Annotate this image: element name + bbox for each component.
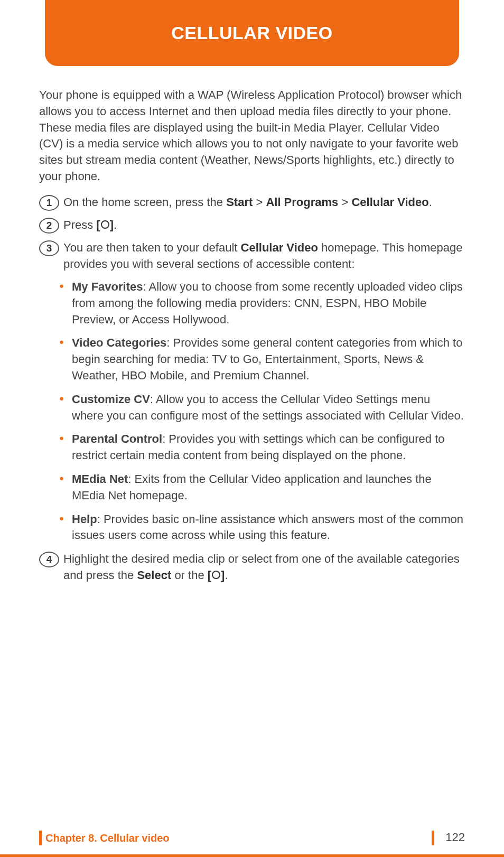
text: : Provides basic on-line assistance whic… — [72, 513, 463, 542]
bold: Video Categories — [72, 336, 166, 349]
ok-button-icon — [211, 568, 221, 584]
text: . — [225, 569, 228, 582]
text: or the — [171, 569, 207, 582]
text: Highlight the desired media clip or sele… — [63, 552, 460, 582]
bold: Help — [72, 513, 97, 526]
text: Press — [63, 218, 96, 231]
bold: MEdia Net — [72, 472, 128, 486]
step-4: 4 Highlight the desired media clip or se… — [39, 551, 465, 584]
page-title: CELLULAR VIDEO — [171, 23, 332, 43]
bold: Select — [137, 569, 171, 582]
text: > — [253, 195, 266, 209]
text: On the home screen, press the — [63, 195, 226, 209]
step-marker: 3 — [39, 240, 59, 256]
intro-paragraph: Your phone is equipped with a WAP (Wirel… — [39, 87, 465, 185]
bold: Customize CV — [72, 393, 150, 406]
footer: Chapter 8. Cellular video 122 — [0, 823, 504, 857]
page-number: 122 — [445, 831, 465, 844]
step-body: You are then taken to your default Cellu… — [63, 240, 465, 273]
bold: ] — [110, 218, 114, 231]
step-2: 2 Press []. — [39, 217, 465, 234]
footer-rule — [0, 854, 504, 857]
step-marker: 2 — [39, 218, 59, 234]
header-tab: CELLULAR VIDEO — [45, 0, 459, 66]
text: You are then taken to your default — [63, 241, 241, 254]
bold: Cellular Video — [241, 241, 318, 254]
bold: [ — [208, 569, 211, 582]
ok-button-icon — [100, 218, 110, 234]
bold: Cellular Video — [351, 195, 428, 209]
bold: Start — [226, 195, 253, 209]
step-body: Highlight the desired media clip or sele… — [63, 551, 465, 584]
list-item: My Favorites: Allow you to choose from s… — [59, 279, 465, 328]
content-area: Your phone is equipped with a WAP (Wirel… — [39, 87, 465, 590]
svg-point-1 — [212, 571, 220, 579]
text: > — [338, 195, 351, 209]
bold: My Favorites — [72, 280, 143, 293]
footer-accent-bar — [432, 831, 434, 845]
list-item: Parental Control: Provides you with sett… — [59, 431, 465, 464]
chapter-label: Chapter 8. Cellular video — [45, 832, 170, 844]
step-body: On the home screen, press the Start > Al… — [63, 194, 465, 211]
list-item: MEdia Net: Exits from the Cellular Video… — [59, 471, 465, 504]
step-1: 1 On the home screen, press the Start > … — [39, 194, 465, 211]
text: . — [429, 195, 432, 209]
list-item: Customize CV: Allow you to access the Ce… — [59, 392, 465, 424]
bold: [ — [96, 218, 100, 231]
step-3: 3 You are then taken to your default Cel… — [39, 240, 465, 273]
text: . — [114, 218, 117, 231]
list-item: Video Categories: Provides some general … — [59, 335, 465, 384]
step-body: Press []. — [63, 217, 465, 234]
step-marker: 1 — [39, 195, 59, 211]
svg-point-0 — [101, 221, 109, 228]
step-marker: 4 — [39, 552, 59, 567]
bold: All Programs — [266, 195, 338, 209]
bold: Parental Control — [72, 432, 162, 445]
footer-accent-bar — [39, 831, 42, 845]
list-item: Help: Provides basic on-line assistance … — [59, 511, 465, 544]
bullet-list: My Favorites: Allow you to choose from s… — [59, 279, 465, 544]
